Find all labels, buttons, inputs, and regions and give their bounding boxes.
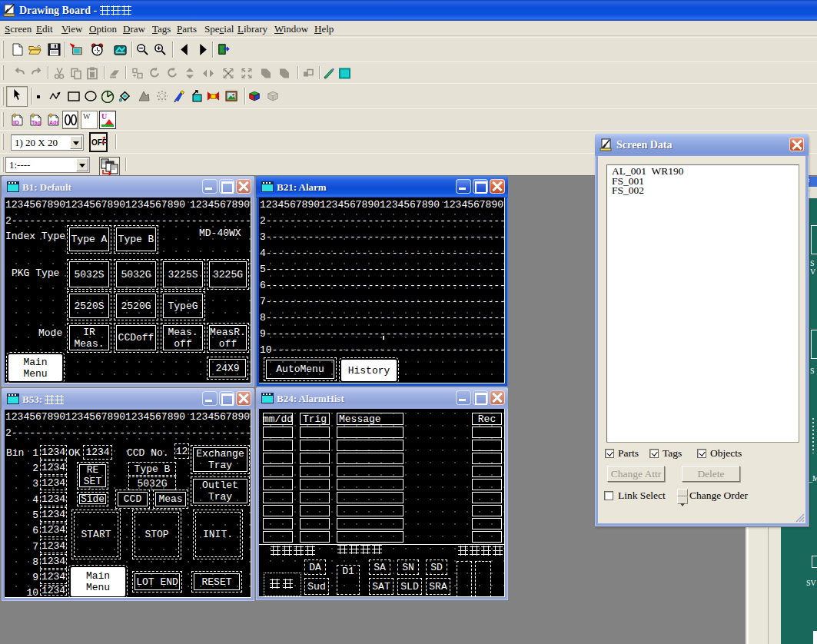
svg-text:Adr: Adr [49,120,58,125]
svg-text:Tag: Tag [32,120,41,126]
svg-text:W: W [83,112,91,121]
svg-text:U: U [101,112,107,121]
svg-text:ID: ID [13,119,19,126]
